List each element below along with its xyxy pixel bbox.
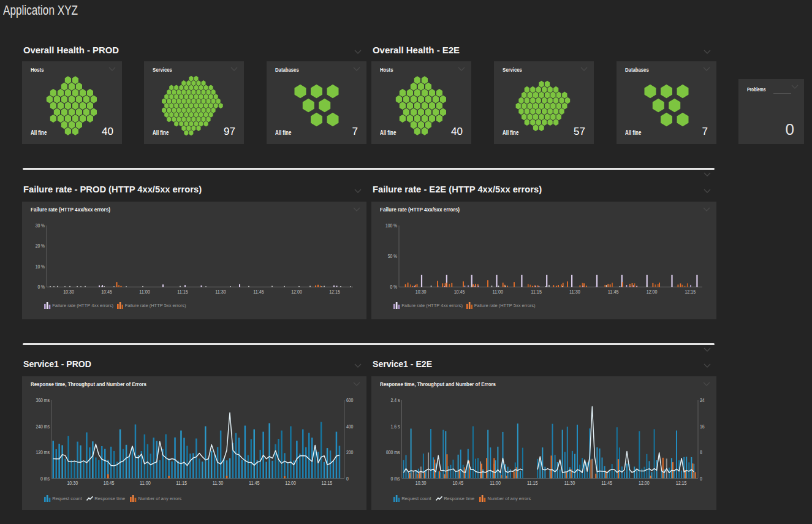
svg-text:11:30: 11:30 [569, 289, 580, 295]
svg-text:11:15: 11:15 [531, 289, 542, 295]
svg-text:11:00: 11:00 [490, 480, 501, 486]
svg-text:11:30: 11:30 [215, 289, 226, 295]
svg-text:100 %: 100 % [385, 223, 397, 229]
svg-text:10:45: 10:45 [454, 289, 465, 295]
svg-text:12:15: 12:15 [676, 480, 687, 486]
svg-text:0 ms: 0 ms [40, 476, 50, 482]
svg-text:10:30: 10:30 [67, 480, 78, 486]
svg-text:11:15: 11:15 [177, 289, 188, 295]
svg-text:12:15: 12:15 [685, 289, 696, 295]
svg-text:20 %: 20 % [36, 243, 45, 249]
svg-text:50 %: 50 % [388, 254, 397, 259]
svg-text:240 ms: 240 ms [36, 424, 50, 430]
svg-text:0: 0 [346, 476, 349, 482]
svg-text:11:30: 11:30 [564, 480, 575, 486]
svg-text:0 %: 0 % [390, 284, 397, 290]
svg-text:800 ms: 800 ms [386, 450, 400, 455]
svg-text:8: 8 [700, 450, 702, 455]
svg-text:200: 200 [346, 450, 354, 455]
svg-text:12:00: 12:00 [647, 289, 658, 295]
svg-text:10:45: 10:45 [101, 289, 112, 295]
svg-text:0 ms: 0 ms [391, 476, 400, 482]
svg-text:11:00: 11:00 [139, 289, 150, 295]
svg-text:11:00: 11:00 [492, 289, 503, 295]
svg-text:12:15: 12:15 [329, 289, 340, 295]
svg-text:11:45: 11:45 [249, 480, 260, 486]
svg-text:2.4 s: 2.4 s [391, 398, 400, 403]
svg-text:120 ms: 120 ms [36, 450, 50, 455]
svg-text:10:45: 10:45 [104, 480, 115, 486]
svg-text:10 %: 10 % [36, 264, 45, 270]
svg-text:0: 0 [700, 476, 702, 482]
svg-text:11:00: 11:00 [140, 480, 151, 486]
svg-text:10:45: 10:45 [453, 480, 464, 486]
svg-text:12:15: 12:15 [322, 480, 333, 486]
svg-text:11:30: 11:30 [213, 480, 224, 486]
svg-text:360 ms: 360 ms [36, 398, 50, 403]
svg-text:12:00: 12:00 [639, 480, 650, 486]
svg-text:10:30: 10:30 [63, 289, 74, 295]
svg-text:0 %: 0 % [37, 284, 45, 290]
svg-text:400: 400 [346, 424, 354, 430]
svg-text:11:45: 11:45 [608, 289, 619, 295]
svg-text:24: 24 [700, 398, 705, 403]
svg-text:12:00: 12:00 [285, 480, 296, 486]
svg-text:10:30: 10:30 [415, 289, 427, 295]
svg-text:16: 16 [700, 424, 705, 430]
svg-text:11:45: 11:45 [253, 289, 264, 295]
svg-text:11:15: 11:15 [176, 480, 187, 486]
svg-text:1.6 s: 1.6 s [391, 424, 400, 430]
svg-text:10:30: 10:30 [415, 480, 427, 486]
svg-text:30 %: 30 % [36, 223, 45, 229]
svg-text:600: 600 [346, 398, 354, 403]
svg-text:12:00: 12:00 [291, 289, 302, 295]
svg-text:11:15: 11:15 [527, 480, 538, 486]
svg-text:11:45: 11:45 [601, 480, 612, 486]
